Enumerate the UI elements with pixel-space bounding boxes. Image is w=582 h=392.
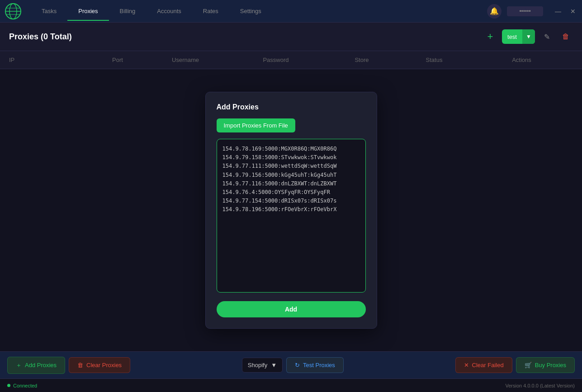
buy-proxies-label: Buy Proxies [535,362,566,368]
title-bar: Tasks Proxies Billing Accounts Rates Set… [0,0,582,23]
add-proxies-modal: Add Proxies Import Proxies From File Add [205,92,377,329]
nav-tab-accounts[interactable]: Accounts [146,1,192,21]
page-title: Proxies (0 Total) [9,32,478,42]
nav-tab-proxies[interactable]: Proxies [67,1,109,21]
clear-proxies-icon: 🗑 [77,362,83,368]
table-body: Add Proxies Import Proxies From File Add [0,69,582,351]
main-content: Proxies (0 Total) + test ▼ ✎ 🗑 IP Port U… [0,23,582,351]
modal-add-button[interactable]: Add [217,301,366,317]
clear-proxies-button[interactable]: 🗑 Clear Proxies [69,357,130,373]
nav-tabs: Tasks Proxies Billing Accounts Rates Set… [31,1,487,21]
store-label: Shopify [248,362,267,368]
test-proxies-label: Test Proxies [303,362,335,368]
store-dropdown-arrow: ▼ [271,362,277,368]
app-logo [5,3,22,20]
nav-tab-settings[interactable]: Settings [229,1,272,21]
nav-tab-billing[interactable]: Billing [109,1,147,21]
col-password: Password [226,57,326,63]
test-proxies-icon: ↻ [295,362,300,368]
clear-proxies-label: Clear Proxies [86,362,122,368]
group-dropdown-arrow[interactable]: ▼ [522,29,535,44]
test-proxies-button[interactable]: ↻ Test Proxies [286,357,344,373]
import-proxies-button[interactable]: Import Proxies From File [217,118,295,132]
add-proxies-label: Add Proxies [25,362,57,368]
page-header: Proxies (0 Total) + test ▼ ✎ 🗑 [0,23,582,51]
connection-status: Connected [7,383,37,388]
bottom-toolbar: ＋ Add Proxies 🗑 Clear Proxies Shopify ▼ … [0,351,582,378]
nav-tab-rates[interactable]: Rates [192,1,229,21]
close-button[interactable]: ✕ [568,6,577,17]
status-label: Connected [13,383,37,388]
modal-overlay: Add Proxies Import Proxies From File Add [0,69,582,351]
status-dot [7,384,10,387]
col-actions: Actions [470,57,573,63]
col-port: Port [90,57,145,63]
title-bar-right: 🔔 •••••• — ✕ [487,4,577,19]
clear-failed-icon: ✕ [464,362,469,368]
group-name: test [502,33,522,40]
clear-failed-button[interactable]: ✕ Clear Failed [455,357,512,373]
col-username: Username [145,57,226,63]
table-header: IP Port Username Password Store Status A… [0,51,582,69]
minimize-button[interactable]: — [553,6,563,17]
add-group-button[interactable]: + [483,29,497,44]
col-store: Store [326,57,398,63]
user-badge: •••••• [507,6,543,16]
proxy-textarea[interactable] [217,139,366,293]
edit-group-button[interactable]: ✎ [539,29,554,44]
add-proxies-button[interactable]: ＋ Add Proxies [7,357,65,374]
group-selector[interactable]: test ▼ [502,29,535,44]
modal-title: Add Proxies [217,103,366,111]
add-proxies-icon: ＋ [16,361,22,369]
clear-failed-label: Clear Failed [472,362,504,368]
delete-group-button[interactable]: 🗑 [558,29,573,44]
col-ip: IP [9,57,90,63]
col-status: Status [398,57,470,63]
buy-proxies-icon: 🛒 [525,362,532,368]
buy-proxies-button[interactable]: 🛒 Buy Proxies [516,357,575,373]
store-dropdown[interactable]: Shopify ▼ [242,358,283,373]
notification-button[interactable]: 🔔 [487,4,502,19]
version-label: Version 4.0.0.0 (Latest Version) [506,383,575,388]
nav-tab-tasks[interactable]: Tasks [31,1,67,21]
window-controls: — ✕ [553,6,577,17]
status-bar: Connected Version 4.0.0.0 (Latest Versio… [0,378,582,392]
